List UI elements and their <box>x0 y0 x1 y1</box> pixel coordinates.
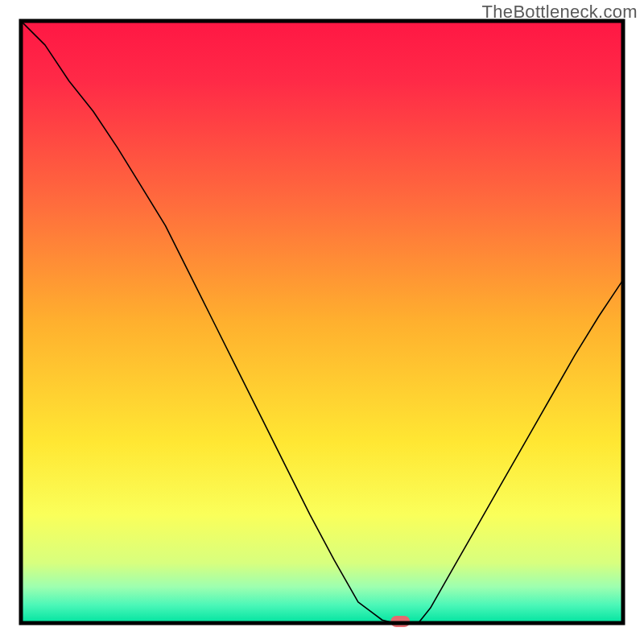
bottleneck-chart <box>0 0 644 644</box>
watermark-text: TheBottleneck.com <box>482 2 638 23</box>
gradient-background <box>21 21 623 623</box>
